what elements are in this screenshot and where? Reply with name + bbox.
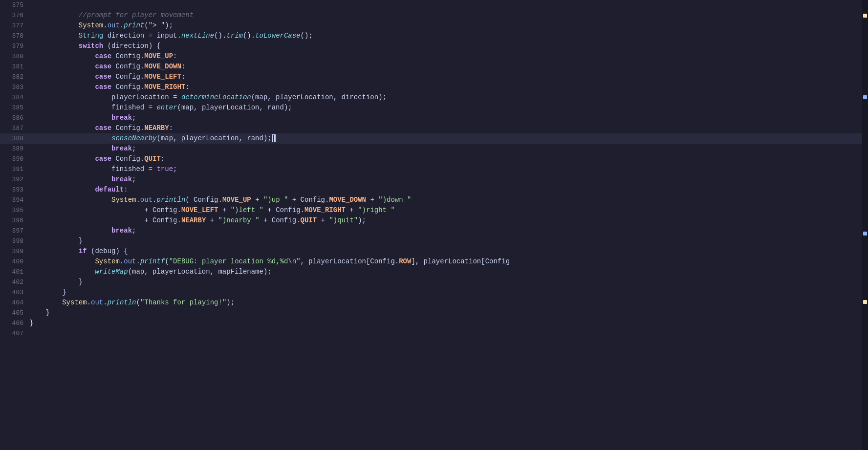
gutter-marker bbox=[863, 300, 867, 304]
line-number: 380 bbox=[0, 51, 29, 62]
line-content: System.out.printf("DEBUG: player locatio… bbox=[29, 257, 868, 267]
line-content: //prompt for player movement bbox=[29, 10, 868, 21]
gutter-marker bbox=[863, 14, 867, 18]
line-number: 382 bbox=[0, 72, 29, 82]
code-line: 401 writeMap(map, playerLocation, mapFil… bbox=[0, 267, 868, 277]
line-content: break; bbox=[29, 144, 868, 154]
line-number: 383 bbox=[0, 82, 29, 92]
line-content: case Config.MOVE_LEFT: bbox=[29, 72, 868, 82]
scrollbar[interactable] bbox=[862, 0, 868, 450]
code-line: 394 System.out.println( Config.MOVE_UP +… bbox=[0, 195, 868, 205]
gutter-marker bbox=[863, 232, 867, 236]
code-line: 385 finished = enter(map, playerLocation… bbox=[0, 103, 868, 113]
line-number: 387 bbox=[0, 123, 29, 133]
line-number: 405 bbox=[0, 308, 29, 318]
code-editor[interactable]: 375376 //prompt for player movement377 S… bbox=[0, 0, 868, 450]
line-number: 402 bbox=[0, 277, 29, 287]
line-content: playerLocation = determineLocation(map, … bbox=[29, 92, 868, 103]
code-line: 404 System.out.println("Thanks for playi… bbox=[0, 298, 868, 308]
code-line: 406} bbox=[0, 318, 868, 328]
code-line: 377 System.out.print("> "); bbox=[0, 21, 868, 31]
code-line: 384 playerLocation = determineLocation(m… bbox=[0, 92, 868, 103]
line-content: senseNearby(map, playerLocation, rand);| bbox=[29, 133, 868, 144]
code-line: 379 switch (direction) { bbox=[0, 41, 868, 51]
line-number: 376 bbox=[0, 10, 29, 21]
line-content: break; bbox=[29, 113, 868, 123]
code-line: 405 } bbox=[0, 308, 868, 318]
line-content: break; bbox=[29, 174, 868, 185]
line-content: } bbox=[29, 277, 868, 287]
line-content: case Config.NEARBY: bbox=[29, 123, 868, 133]
code-line: 396 + Config.NEARBY + ")nearby " + Confi… bbox=[0, 215, 868, 226]
code-line: 407 bbox=[0, 328, 868, 339]
line-content: } bbox=[29, 236, 868, 246]
line-content: } bbox=[29, 308, 868, 318]
code-line: 391 finished = true; bbox=[0, 164, 868, 174]
line-number: 394 bbox=[0, 195, 29, 205]
code-line: 390 case Config.QUIT: bbox=[0, 154, 868, 164]
line-number: 392 bbox=[0, 174, 29, 185]
line-number: 384 bbox=[0, 92, 29, 103]
code-line: 397 break; bbox=[0, 226, 868, 236]
line-content: case Config.MOVE_UP: bbox=[29, 51, 868, 62]
code-line: 400 System.out.printf("DEBUG: player loc… bbox=[0, 257, 868, 267]
code-line: 387 case Config.NEARBY: bbox=[0, 123, 868, 133]
line-number: 375 bbox=[0, 0, 29, 10]
line-content: } bbox=[29, 287, 868, 298]
line-number: 404 bbox=[0, 298, 29, 308]
line-content: break; bbox=[29, 226, 868, 236]
line-number: 401 bbox=[0, 267, 29, 277]
line-number: 396 bbox=[0, 215, 29, 226]
gutter-marker bbox=[863, 95, 867, 99]
code-line: 376 //prompt for player movement bbox=[0, 10, 868, 21]
code-line: 378 String direction = input.nextLine().… bbox=[0, 31, 868, 41]
code-line: 403 } bbox=[0, 287, 868, 298]
line-content: writeMap(map, playerLocation, mapFilenam… bbox=[29, 267, 868, 277]
line-number: 381 bbox=[0, 62, 29, 72]
code-line: 388 senseNearby(map, playerLocation, ran… bbox=[0, 133, 868, 144]
line-number: 395 bbox=[0, 205, 29, 215]
line-content: + Config.MOVE_LEFT + ")left " + Config.M… bbox=[29, 205, 868, 215]
line-content: default: bbox=[29, 185, 868, 195]
line-content: String direction = input.nextLine().trim… bbox=[29, 31, 868, 41]
code-line: 399 if (debug) { bbox=[0, 246, 868, 257]
line-content: } bbox=[29, 318, 868, 328]
code-line: 382 case Config.MOVE_LEFT: bbox=[0, 72, 868, 82]
code-line: 381 case Config.MOVE_DOWN: bbox=[0, 62, 868, 72]
code-line: 383 case Config.MOVE_RIGHT: bbox=[0, 82, 868, 92]
line-number: 389 bbox=[0, 144, 29, 154]
line-content: case Config.QUIT: bbox=[29, 154, 868, 164]
code-line: 386 break; bbox=[0, 113, 868, 123]
line-number: 386 bbox=[0, 113, 29, 123]
line-number: 397 bbox=[0, 226, 29, 236]
line-content: switch (direction) { bbox=[29, 41, 868, 51]
code-line: 380 case Config.MOVE_UP: bbox=[0, 51, 868, 62]
line-content: finished = true; bbox=[29, 164, 868, 174]
line-content: case Config.MOVE_DOWN: bbox=[29, 62, 868, 72]
line-number: 388 bbox=[0, 133, 29, 144]
line-number: 390 bbox=[0, 154, 29, 164]
line-number: 385 bbox=[0, 103, 29, 113]
line-content: System.out.println( Config.MOVE_UP + ")u… bbox=[29, 195, 868, 205]
line-number: 399 bbox=[0, 246, 29, 257]
code-line: 392 break; bbox=[0, 174, 868, 185]
code-line: 398 } bbox=[0, 236, 868, 246]
line-number: 391 bbox=[0, 164, 29, 174]
line-content: case Config.MOVE_RIGHT: bbox=[29, 82, 868, 92]
line-number: 398 bbox=[0, 236, 29, 246]
line-number: 393 bbox=[0, 185, 29, 195]
line-content: System.out.println("Thanks for playing!"… bbox=[29, 298, 868, 308]
line-number: 406 bbox=[0, 318, 29, 328]
line-number: 407 bbox=[0, 328, 29, 339]
code-line: 389 break; bbox=[0, 144, 868, 154]
code-line: 393 default: bbox=[0, 185, 868, 195]
line-number: 378 bbox=[0, 31, 29, 41]
line-content: + Config.NEARBY + ")nearby " + Config.QU… bbox=[29, 215, 868, 226]
code-line: 402 } bbox=[0, 277, 868, 287]
line-content: System.out.print("> "); bbox=[29, 21, 868, 31]
line-number: 400 bbox=[0, 257, 29, 267]
code-line: 375 bbox=[0, 0, 868, 10]
line-number: 377 bbox=[0, 21, 29, 31]
line-content: if (debug) { bbox=[29, 246, 868, 257]
code-line: 395 + Config.MOVE_LEFT + ")left " + Conf… bbox=[0, 205, 868, 215]
